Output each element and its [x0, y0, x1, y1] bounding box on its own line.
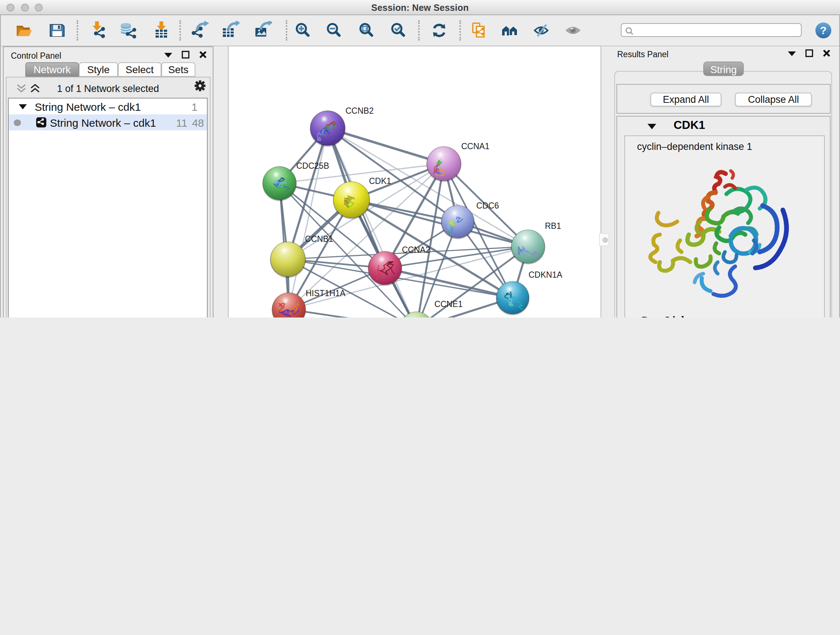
svg-text:CDC6: CDC6: [476, 201, 499, 211]
svg-text:CCNA1: CCNA1: [461, 141, 489, 151]
svg-text:CCNA2: CCNA2: [401, 245, 430, 255]
svg-text:CDC25B: CDC25B: [296, 161, 329, 171]
svg-text:CDKN1A: CDKN1A: [528, 270, 562, 279]
svg-text:HIST1H1A: HIST1H1A: [305, 288, 346, 298]
svg-text:CCNE1: CCNE1: [434, 299, 462, 309]
svg-text:CDK1: CDK1: [369, 176, 391, 186]
svg-text:CCNB1: CCNB1: [305, 234, 333, 244]
svg-text:CCNB2: CCNB2: [345, 106, 373, 116]
svg-text:RB1: RB1: [545, 221, 561, 231]
